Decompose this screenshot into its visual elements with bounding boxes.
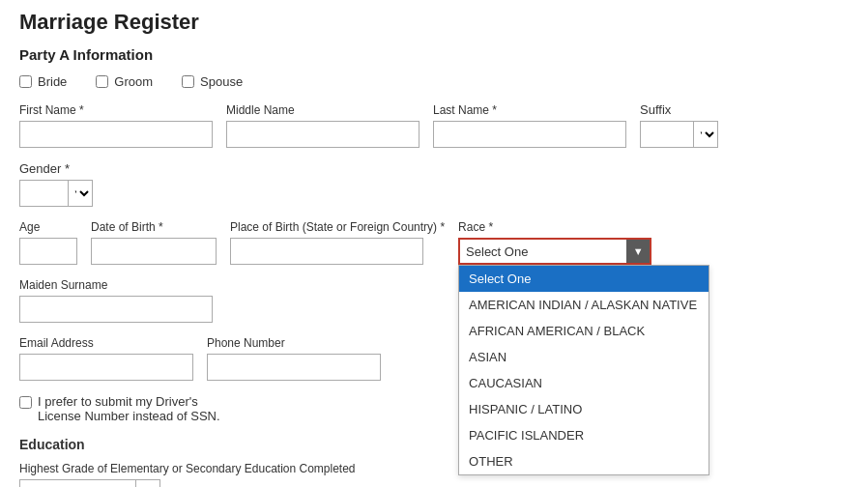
section-heading: Party A Information: [19, 46, 849, 63]
race-group: Race * Select One ▼ Select OneAMERICAN I…: [458, 220, 651, 265]
groom-label: Groom: [114, 74, 153, 89]
email-group: Email Address: [19, 336, 193, 381]
gender-row: Gender * -- ▼: [19, 161, 849, 207]
suffix-dropdown[interactable]: ▼: [693, 121, 718, 148]
gender-dropdown[interactable]: ▼: [68, 180, 93, 207]
pob-label: Place of Birth (State or Foreign Country…: [230, 220, 445, 234]
race-option[interactable]: Select One: [459, 266, 709, 292]
education-field-group: Highest Grade of Elementary or Secondary…: [19, 462, 356, 487]
gender-group: Gender * -- ▼: [19, 161, 93, 207]
first-name-group: First Name *: [19, 103, 213, 148]
gender-label: Gender *: [19, 161, 93, 176]
race-option[interactable]: HISPANIC / LATINO: [459, 396, 709, 422]
pob-group: Place of Birth (State or Foreign Country…: [230, 220, 445, 265]
age-input[interactable]: [19, 238, 77, 265]
race-option[interactable]: CAUCASIAN: [459, 370, 709, 396]
education-select-wrap: -- ▼: [19, 479, 356, 487]
race-selected-value: Select One: [460, 244, 626, 259]
name-row: First Name * Middle Name Last Name * Suf…: [19, 102, 849, 148]
last-name-group: Last Name *: [433, 103, 626, 148]
education-dropdown[interactable]: ▼: [135, 479, 160, 487]
phone-group: Phone Number: [207, 336, 381, 381]
age-dob-row: Age Date of Birth * Place of Birth (Stat…: [19, 220, 849, 323]
education-section-title: Education: [19, 437, 849, 452]
maiden-label: Maiden Surname: [19, 278, 213, 292]
email-phone-row: Email Address Phone Number: [19, 336, 849, 381]
middle-name-group: Middle Name: [226, 103, 420, 148]
age-label: Age: [19, 220, 77, 234]
education-field-label: Highest Grade of Elementary or Secondary…: [19, 462, 356, 475]
race-dropdown: Select OneAMERICAN INDIAN / ALASKAN NATI…: [458, 265, 709, 475]
dob-input[interactable]: [91, 238, 217, 265]
race-option[interactable]: AMERICAN INDIAN / ALASKAN NATIVE: [459, 292, 709, 318]
spouse-label: Spouse: [200, 74, 243, 89]
spouse-checkbox-label[interactable]: Spouse: [182, 74, 243, 89]
maiden-input[interactable]: [19, 296, 213, 323]
middle-name-label: Middle Name: [226, 103, 420, 117]
middle-name-input[interactable]: [226, 121, 420, 148]
last-name-label: Last Name *: [433, 103, 626, 117]
first-name-label: First Name *: [19, 103, 213, 117]
race-option[interactable]: ASIAN: [459, 344, 709, 370]
spouse-checkbox[interactable]: [182, 75, 194, 88]
pref-checkbox[interactable]: [19, 396, 32, 409]
page-title: Marriage Register: [19, 10, 849, 35]
pref-checkbox-row: I prefer to submit my Driver'sLicense Nu…: [19, 394, 849, 423]
race-label: Race *: [458, 220, 651, 234]
race-option[interactable]: PACIFIC ISLANDER: [459, 422, 709, 448]
gender-input[interactable]: --: [19, 180, 68, 207]
bride-checkbox[interactable]: [19, 75, 32, 88]
bride-label: Bride: [38, 74, 67, 89]
phone-input[interactable]: [207, 354, 381, 381]
gender-select-wrap: -- ▼: [19, 180, 93, 207]
party-type-row: Bride Groom Spouse: [19, 74, 849, 89]
email-input[interactable]: [19, 354, 193, 381]
race-wrapper: Select One ▼ Select OneAMERICAN INDIAN /…: [458, 238, 651, 265]
age-group: Age: [19, 220, 77, 265]
suffix-label: Suffix: [640, 102, 718, 117]
race-dropdown-arrow[interactable]: ▼: [626, 240, 650, 263]
pref-checkbox-label: I prefer to submit my Driver'sLicense Nu…: [38, 394, 220, 423]
last-name-input[interactable]: [433, 121, 626, 148]
education-row: Highest Grade of Elementary or Secondary…: [19, 462, 849, 487]
groom-checkbox[interactable]: [96, 75, 108, 88]
suffix-input[interactable]: --: [640, 121, 693, 148]
phone-label: Phone Number: [207, 336, 381, 350]
pob-input[interactable]: [230, 238, 423, 265]
education-input[interactable]: --: [19, 479, 135, 487]
groom-checkbox-label[interactable]: Groom: [96, 74, 153, 89]
race-option[interactable]: AFRICAN AMERICAN / BLACK: [459, 318, 709, 344]
bride-checkbox-label[interactable]: Bride: [19, 74, 67, 89]
race-select-box[interactable]: Select One ▼: [458, 238, 651, 265]
dob-label: Date of Birth *: [91, 220, 217, 234]
suffix-input-wrap: -- ▼: [640, 121, 718, 148]
maiden-group: Maiden Surname: [19, 278, 213, 323]
dob-group: Date of Birth *: [91, 220, 217, 265]
suffix-group: Suffix -- ▼: [640, 102, 718, 148]
race-option[interactable]: OTHER: [459, 448, 709, 474]
email-label: Email Address: [19, 336, 193, 350]
first-name-input[interactable]: [19, 121, 213, 148]
